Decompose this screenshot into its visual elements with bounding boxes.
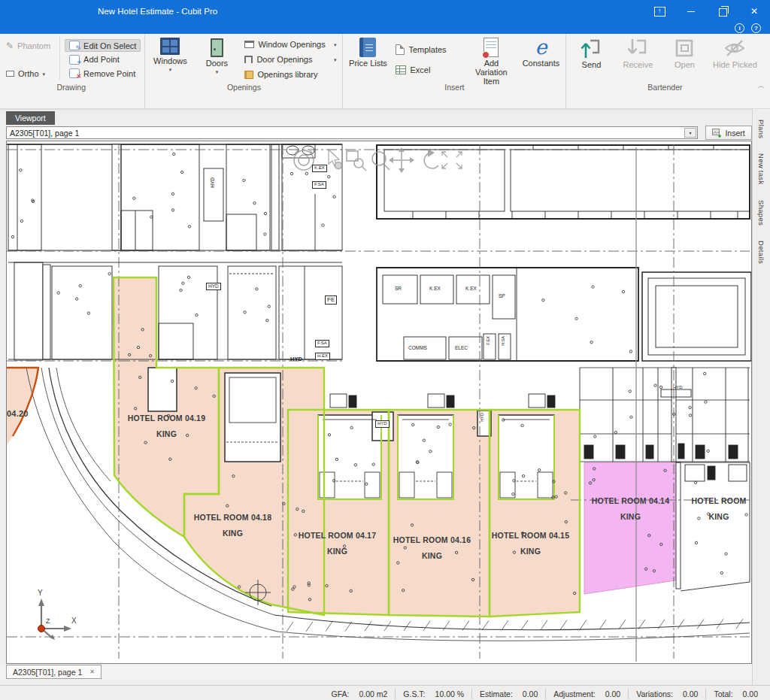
status-gfa: GFA:0.00 m2 (323, 689, 395, 699)
minimize-button[interactable] (675, 0, 707, 23)
window-controls: ↑ ✕ (644, 0, 770, 23)
group-label-drawing: Drawing (2, 83, 141, 94)
excel-button[interactable]: Excel (393, 65, 462, 75)
viewport-tab-strip: Viewport (0, 109, 752, 125)
status-adjustment: Adjustment:0.00 (545, 689, 628, 699)
room-label: HOTEL ROOM 04.19KING (112, 411, 221, 442)
room-label: HOTEL ROOM 04.17KING (283, 528, 391, 559)
info-icon[interactable]: i (735, 23, 744, 33)
chevron-down-icon[interactable]: ▾ (43, 71, 46, 77)
plan-annotation: K.EX (429, 286, 441, 291)
add-variation-item-button[interactable]: Add Variation Item (467, 36, 515, 86)
sidebar-tab-details[interactable]: Details (757, 241, 765, 264)
collapse-ribbon-button[interactable]: ︿ (758, 83, 764, 89)
ribbon-group-openings: Windows ▾ Doors ▾ Window Openings ▾ (145, 34, 343, 108)
title-bar: New Hotel Estimate - Cubit Pro ↑ ✕ (0, 0, 770, 23)
close-tab-icon[interactable]: ✕ (89, 668, 95, 675)
plan-annotation: FE (325, 295, 337, 305)
constants-icon: e (535, 38, 547, 57)
workspace: Viewport A2305[T01], page 1 ▾ Insert (0, 109, 770, 685)
ribbon: ✎ Phantom Ortho ▾ ✎ Edit On Select (0, 34, 770, 109)
remove-point-button[interactable]: ✕ Remove Point (65, 67, 141, 80)
doors-button[interactable]: Doors ▾ (196, 36, 238, 74)
ortho-button[interactable]: Ortho ▾ (2, 68, 55, 80)
sidebar-tab-plans[interactable]: Plans (757, 120, 765, 138)
chevron-down-icon[interactable]: ▾ (334, 57, 337, 62)
door-openings-button[interactable]: Door Openings ▾ (242, 54, 338, 65)
plan-annotation: HYD (210, 177, 215, 188)
send-button[interactable]: Send (570, 36, 612, 69)
open-button: Open (663, 36, 705, 69)
right-panel-tabs: Plans New task Shapes Details (752, 109, 770, 685)
zoom-extents-icon[interactable] (442, 152, 462, 168)
plan-annotation: K.EX (465, 286, 477, 291)
chevron-down-icon[interactable]: ▾ (684, 128, 696, 138)
plan-annotation: HYD (673, 385, 683, 389)
plan-annotation: F.SA (312, 181, 326, 189)
plan-annotation: COMMS (408, 345, 427, 350)
constants-button[interactable]: e Constants (520, 36, 562, 68)
send-icon (580, 38, 602, 59)
tab-viewport[interactable]: Viewport (6, 111, 55, 125)
pan-tool-icon[interactable] (389, 147, 414, 173)
excel-icon (396, 65, 406, 74)
axis-y-label: Y (38, 589, 43, 597)
sidebar-tab-shapes[interactable]: Shapes (757, 200, 765, 226)
drawing-canvas[interactable]: Y X Z M 04.20HOTEL ROOM 04.19KINGHOTEL R… (6, 141, 752, 664)
plan-selector-dropdown[interactable]: A2305[T01], page 1 ▾ (6, 126, 698, 139)
hide-picked-button: Hide Picked (710, 36, 759, 69)
plan-annotation: HYD (290, 356, 302, 362)
receive-icon (626, 38, 649, 59)
room-label: HOTEL ROOM 04.14KING (583, 493, 678, 525)
pin-window-icon: ↑ (654, 7, 665, 17)
info-help-bar: i ? (0, 23, 770, 34)
group-label-insert: Insert (347, 83, 562, 94)
chevron-down-icon[interactable]: ▾ (334, 42, 337, 47)
price-lists-button[interactable]: Price Lists (347, 36, 389, 68)
chevron-down-icon[interactable]: ▾ (216, 69, 219, 74)
chevron-down-icon[interactable]: ▾ (169, 67, 172, 72)
restore-icon (719, 8, 727, 17)
window-openings-button[interactable]: Window Openings ▾ (242, 39, 338, 50)
plan-annotation: K.EX (312, 165, 327, 172)
zoom-tool-icon[interactable] (372, 152, 390, 170)
select-zoom-tool-icon[interactable] (329, 150, 342, 169)
page-tab[interactable]: A2305[T01], page 1 ✕ (6, 665, 102, 679)
room-label: M 04.20 (6, 406, 44, 422)
hide-picked-icon (723, 38, 747, 59)
axis-z-label: Z (46, 617, 50, 625)
add-point-button[interactable]: + Add Point (65, 53, 141, 66)
windows-button[interactable]: Windows ▾ (149, 36, 191, 72)
insert-plan-button[interactable]: Insert (705, 126, 752, 140)
maximize-button[interactable] (707, 0, 738, 23)
plan-annotation: HYD (480, 413, 484, 422)
status-total: Total:0.00 (705, 689, 765, 699)
close-button[interactable]: ✕ (738, 0, 770, 23)
ribbon-group-drawing: ✎ Phantom Ortho ▾ ✎ Edit On Select (0, 34, 145, 108)
sidebar-tab-new-task[interactable]: New task (757, 153, 765, 184)
remove-point-icon: ✕ (69, 68, 80, 78)
group-label-openings: Openings (149, 83, 338, 94)
plan-annotation: F.EX (486, 336, 490, 345)
add-point-icon: + (69, 55, 80, 65)
plan-annotation: H.SA (501, 336, 505, 346)
doors-icon (211, 38, 223, 57)
floor-plan-svg: Y X Z (7, 141, 751, 663)
rotate-tool-icon[interactable] (424, 149, 438, 168)
pin-window-button[interactable]: ↑ (644, 0, 675, 23)
open-icon (673, 38, 696, 59)
templates-button[interactable]: Templates (393, 44, 462, 56)
plan-selector-value: A2305[T01], page 1 (10, 129, 79, 138)
openings-library-button[interactable]: Openings library (242, 69, 338, 80)
close-icon: ✕ (750, 6, 758, 17)
status-gst: G.S.T:10.00 % (395, 689, 471, 699)
window-title: New Hotel Estimate - Cubit Pro (98, 7, 217, 16)
page-tab-label: A2305[T01], page 1 (13, 668, 82, 677)
help-icon[interactable]: ? (751, 23, 761, 33)
minimize-icon (687, 11, 695, 12)
edit-on-select-button[interactable]: ✎ Edit On Select (65, 39, 141, 52)
windows-icon (160, 38, 180, 55)
zoom-window-tool-icon[interactable] (347, 151, 366, 171)
application-window: New Hotel Estimate - Cubit Pro ↑ ✕ i ? ✎… (0, 0, 770, 700)
axis-x-label: X (71, 617, 77, 625)
